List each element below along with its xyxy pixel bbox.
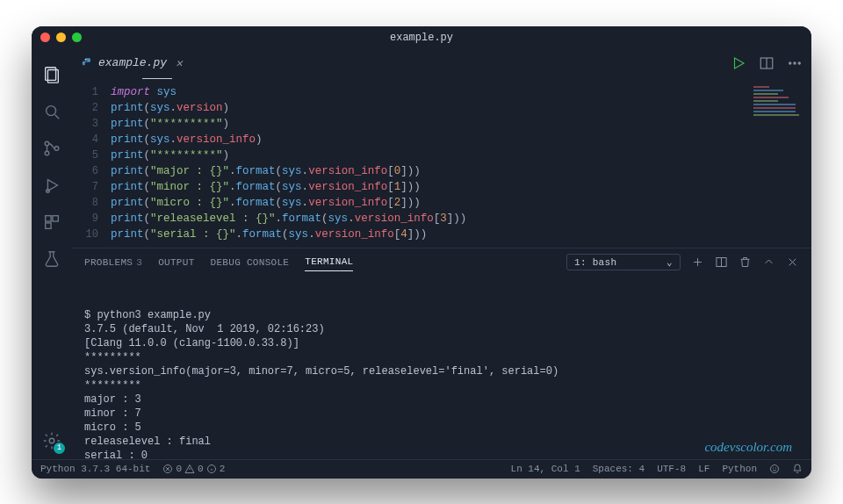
close-panel-icon[interactable] [786,256,799,269]
svg-point-5 [45,151,49,155]
panel-tabs: PROBLEMS 3 OUTPUT DEBUG CONSOLE TERMINAL… [72,248,811,277]
run-debug-icon[interactable] [32,167,72,204]
svg-point-19 [798,61,800,63]
more-actions-icon[interactable] [787,55,803,71]
svg-point-34 [773,468,774,469]
svg-point-18 [794,61,796,63]
chevron-down-icon: ⌄ [666,256,673,268]
svg-line-3 [55,114,60,119]
notifications-icon[interactable] [792,464,803,474]
testing-icon[interactable] [32,241,72,277]
svg-point-33 [771,465,779,473]
tab-close-icon[interactable]: ✕ [176,56,183,70]
maximize-window-button[interactable] [72,32,82,42]
status-cursor-position[interactable]: Ln 14, Col 1 [511,464,580,474]
tab-filename: example.py [98,56,167,69]
svg-point-4 [45,141,49,146]
window-controls [40,32,82,42]
terminal-output[interactable]: $ python3 example.py3.7.5 (default, Nov … [72,277,811,459]
status-python-interpreter[interactable]: Python 3.7.3 64-bit [40,464,150,474]
status-language-mode[interactable]: Python [722,464,757,474]
minimize-window-button[interactable] [56,32,66,42]
split-editor-icon[interactable] [759,55,775,71]
activity-bar: 1 [32,49,72,459]
status-problems[interactable]: 0 0 2 [162,464,225,474]
svg-rect-11 [46,222,51,227]
watermark-text: codevscolor.com [704,440,792,454]
window-title: example.py [390,32,453,44]
tab-output[interactable]: OUTPUT [158,257,194,268]
vscode-window: example.py 1 exampl [32,26,811,479]
explorer-icon[interactable] [32,56,72,93]
breadcrumb-indicator [142,77,172,79]
svg-point-2 [47,105,56,115]
status-bar: Python 3.7.3 64-bit 0 0 2 Ln 14, Col 1 S… [32,459,811,479]
extensions-icon[interactable] [32,204,72,241]
run-file-icon[interactable] [731,55,746,71]
tab-example-py[interactable]: example.py ✕ [72,49,191,77]
svg-point-13 [85,59,86,60]
tab-problems[interactable]: PROBLEMS 3 [84,257,142,268]
search-icon[interactable] [32,93,72,130]
bottom-panel: PROBLEMS 3 OUTPUT DEBUG CONSOLE TERMINAL… [72,248,811,459]
terminal-selector[interactable]: 1: bash ⌄ [566,254,681,270]
tab-debug-console[interactable]: DEBUG CONSOLE [211,257,290,268]
settings-gear-icon[interactable]: 1 [32,422,72,459]
close-window-button[interactable] [40,32,50,42]
main-body: 1 example.py ✕ 12345678910 i [32,49,811,459]
maximize-panel-icon[interactable] [762,256,775,269]
svg-rect-10 [53,215,58,220]
svg-point-17 [789,61,791,63]
svg-point-12 [49,438,54,443]
split-terminal-icon[interactable] [715,256,728,269]
status-encoding[interactable]: UTF-8 [657,464,686,474]
new-terminal-icon[interactable] [691,256,704,269]
tabs-row: example.py ✕ [72,49,811,77]
svg-rect-9 [46,215,51,220]
editor-area: example.py ✕ 12345678910 import sysprint… [72,49,811,459]
titlebar: example.py [32,26,811,49]
terminal-selector-label: 1: bash [574,257,616,268]
minimap[interactable] [753,84,806,119]
editor-actions [731,49,803,77]
settings-badge: 1 [54,443,65,454]
kill-terminal-icon[interactable] [739,256,752,269]
problems-count: 3 [136,257,142,268]
tab-terminal[interactable]: TERMINAL [305,256,353,271]
svg-marker-7 [47,179,57,191]
status-eol[interactable]: LF [698,464,710,474]
feedback-icon[interactable] [769,464,780,474]
code-content[interactable]: import sysprint(sys.version)print("*****… [111,84,811,242]
line-gutter: 12345678910 [72,84,111,242]
status-indentation[interactable]: Spaces: 4 [593,464,645,474]
svg-point-6 [54,146,59,150]
source-control-icon[interactable] [32,130,72,167]
code-editor[interactable]: 12345678910 import sysprint(sys.version)… [72,83,811,248]
python-file-icon [81,57,93,69]
svg-point-35 [775,468,776,469]
svg-marker-14 [735,58,745,68]
